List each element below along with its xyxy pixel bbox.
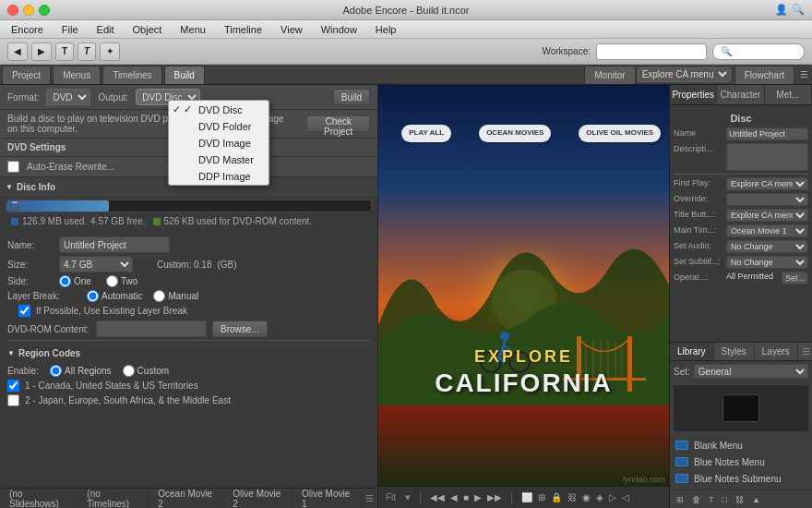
- app-title: Adobe Encore - Build it.ncor: [343, 5, 470, 16]
- menu-encore[interactable]: Encore: [7, 23, 47, 36]
- region-2-checkbox[interactable]: [7, 394, 19, 406]
- dropdown-dvd-disc[interactable]: ✓ DVD Disc: [169, 101, 269, 118]
- maximize-button[interactable]: [39, 5, 50, 16]
- ctrl-extra1[interactable]: ◉: [582, 492, 591, 502]
- tab-character[interactable]: Character: [717, 85, 764, 104]
- dropdown-dvd-image[interactable]: DVD Image: [169, 135, 269, 151]
- layer-break-auto-radio[interactable]: [87, 290, 99, 302]
- tab-flowchart[interactable]: Flowchart: [734, 66, 794, 84]
- ctrl-link[interactable]: ⛓: [567, 492, 577, 502]
- region-1-checkbox[interactable]: [7, 380, 19, 392]
- dropdown-dvd-master[interactable]: DVD Master: [169, 151, 269, 168]
- menu-view[interactable]: View: [277, 23, 306, 36]
- search-box[interactable]: [712, 43, 805, 60]
- lib-image-btn[interactable]: □: [720, 494, 730, 505]
- ctrl-next[interactable]: ▶▶: [487, 492, 502, 502]
- side-one-radio[interactable]: [59, 275, 71, 287]
- layer-break-manual-radio[interactable]: [153, 290, 165, 302]
- ctrl-prev[interactable]: ◀: [450, 492, 458, 502]
- props-override-select[interactable]: [726, 193, 808, 206]
- ctrl-safe-area[interactable]: ⬜: [521, 492, 532, 502]
- toolbar-text-btn[interactable]: T: [55, 42, 74, 61]
- size-select[interactable]: 4.7 GB: [59, 256, 133, 272]
- props-name-input[interactable]: [726, 127, 808, 140]
- lib-new-btn[interactable]: ⊞: [674, 494, 687, 505]
- ctrl-play[interactable]: ▶: [474, 492, 482, 502]
- props-setaudio-select[interactable]: No Change: [726, 240, 808, 253]
- ctrl-grid[interactable]: ⊞: [538, 492, 545, 502]
- layer-break-existing-checkbox[interactable]: [18, 305, 30, 317]
- tab-met[interactable]: Met...: [765, 85, 812, 104]
- region-custom-radio[interactable]: [123, 365, 135, 377]
- tab-library[interactable]: Library: [670, 343, 714, 360]
- ctrl-stop[interactable]: ■: [463, 492, 469, 502]
- dropdown-dvd-folder[interactable]: DVD Folder: [169, 118, 269, 135]
- menu-file[interactable]: File: [58, 23, 82, 36]
- tab-project[interactable]: Project: [2, 66, 51, 84]
- menu-edit[interactable]: Edit: [93, 23, 118, 36]
- lib-delete-btn[interactable]: 🗑: [689, 494, 703, 505]
- build-button[interactable]: Build: [333, 89, 370, 105]
- toolbar-back-btn[interactable]: ◀: [7, 42, 28, 61]
- tab-timelines[interactable]: Timelines: [102, 66, 161, 84]
- region-codes-header[interactable]: ▼ Region Codes: [7, 344, 370, 362]
- lib-item-2[interactable]: Blue Notes Submenu: [672, 470, 810, 487]
- bottom-tab-slideshows[interactable]: (no Slideshows): [0, 489, 78, 509]
- bottom-tab-timelines[interactable]: (no Timelines): [78, 489, 149, 509]
- toolbar-tools-btn[interactable]: ✦: [100, 42, 120, 61]
- tab-build[interactable]: Build: [164, 66, 205, 84]
- auto-erase-checkbox[interactable]: [7, 161, 19, 173]
- minimize-button[interactable]: [23, 5, 34, 16]
- ctrl-extra3[interactable]: ▷: [609, 492, 616, 502]
- props-maintimeline-select[interactable]: Ocean Movie 1: [726, 224, 808, 237]
- props-setsubtitle-select[interactable]: No Change: [726, 256, 808, 269]
- ctrl-extra4[interactable]: ◁: [622, 492, 629, 502]
- bottom-tab-olive2[interactable]: Olive Movie 2: [223, 489, 293, 509]
- zoom-fit-icon: ▾: [405, 491, 411, 503]
- lib-text-btn[interactable]: T: [706, 494, 717, 505]
- dvd-rom-input[interactable]: [96, 321, 207, 337]
- lib-link-btn[interactable]: ⛓: [733, 494, 746, 505]
- side-two-radio[interactable]: [106, 275, 118, 287]
- format-select[interactable]: DVD: [46, 89, 90, 105]
- tab-monitor[interactable]: Monitor: [584, 66, 635, 84]
- ctrl-extra2[interactable]: ◈: [596, 492, 603, 502]
- ctrl-lock[interactable]: 🔒: [551, 492, 562, 502]
- bottom-tab-ocean[interactable]: Ocean Movie 2: [149, 489, 223, 509]
- menu-menu[interactable]: Menu: [176, 23, 209, 36]
- dropdown-ddp-image[interactable]: DDP Image: [169, 168, 269, 185]
- output-dropdown-menu[interactable]: ✓ DVD Disc DVD Folder DVD Image DVD Mast…: [168, 100, 269, 186]
- tab-styles[interactable]: Styles: [714, 343, 755, 360]
- menu-object[interactable]: Object: [129, 23, 166, 36]
- region-all-radio[interactable]: [50, 365, 62, 377]
- region-codes-label: Region Codes: [18, 348, 80, 358]
- set-button[interactable]: Set...: [782, 272, 808, 284]
- menu-timeline[interactable]: Timeline: [221, 23, 266, 36]
- ctrl-prev-frame[interactable]: ◀◀: [430, 492, 445, 502]
- name-input[interactable]: [59, 236, 170, 253]
- lib-set-select[interactable]: General: [694, 364, 808, 379]
- tab-menus[interactable]: Menus: [53, 66, 101, 84]
- dvd-rom-browse-button[interactable]: Browse...: [212, 321, 268, 337]
- workspace-input[interactable]: [596, 43, 707, 60]
- close-button[interactable]: [7, 5, 18, 16]
- olive-movies-bubble[interactable]: OLIVE OIL MOVIES: [579, 125, 661, 141]
- props-firstplay-select[interactable]: Explore CA menu: [726, 177, 808, 190]
- menu-window[interactable]: Window: [317, 23, 361, 36]
- props-titlebutton-select[interactable]: Explore CA menu: [726, 209, 808, 222]
- toolbar-fwd-btn[interactable]: ▶: [31, 42, 52, 61]
- monitor-menu-select[interactable]: Explore CA menu: [639, 68, 730, 80]
- ocean-movies-bubble[interactable]: OCEAN MOVIES: [479, 125, 551, 141]
- play-all-bubble[interactable]: PLAY ALL: [401, 125, 451, 141]
- lib-preview-box: [722, 394, 759, 422]
- bottom-tab-olive1[interactable]: Olive Movie 1: [293, 489, 362, 509]
- check-project-button[interactable]: Check Project: [306, 115, 370, 132]
- tab-layers[interactable]: Layers: [755, 343, 798, 360]
- tab-properties[interactable]: Properties: [670, 85, 717, 104]
- lib-item-1[interactable]: Blue Notes Menu: [672, 454, 810, 470]
- props-desc-textarea[interactable]: [726, 143, 808, 171]
- menu-help[interactable]: Help: [372, 23, 400, 36]
- lib-up-btn[interactable]: ▲: [749, 494, 763, 505]
- toolbar-text2-btn[interactable]: T: [78, 42, 96, 61]
- lib-item-0[interactable]: Blank Menu: [672, 437, 810, 454]
